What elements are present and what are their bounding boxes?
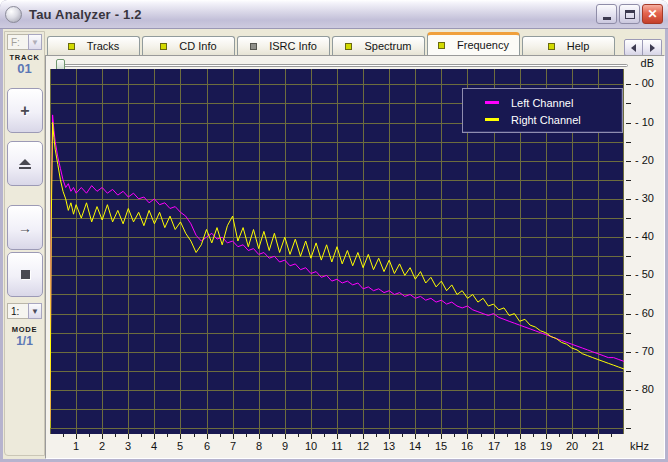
- y-tick: [626, 371, 631, 372]
- x-tick: [376, 434, 377, 437]
- next-button[interactable]: →: [7, 205, 43, 250]
- slider-track[interactable]: [56, 64, 628, 67]
- x-tick: [180, 434, 181, 439]
- x-tick-label: 15: [432, 440, 450, 452]
- x-tick: [259, 434, 260, 439]
- y-tick: [626, 180, 631, 181]
- tab-label: Tracks: [87, 40, 120, 52]
- tab-label: Frequency: [457, 39, 509, 51]
- close-icon: ✕: [647, 8, 657, 20]
- maximize-icon: [625, 10, 635, 19]
- tab-cd-info[interactable]: CD Info: [142, 36, 235, 55]
- frequency-chart-panel: dB Left ChannelRight Channel 12345678910…: [45, 55, 665, 459]
- plus-icon: +: [20, 102, 29, 120]
- mode-select[interactable]: 1: ▼: [7, 303, 42, 319]
- y-tick: [626, 237, 631, 238]
- x-tick-label: 8: [250, 440, 268, 452]
- tab-frequency[interactable]: Frequency: [427, 32, 520, 55]
- tab-spectrum[interactable]: Spectrum: [332, 36, 425, 55]
- tab-led-icon: [160, 43, 167, 50]
- x-tick: [63, 434, 64, 437]
- x-tick-label: 21: [589, 440, 607, 452]
- x-tick: [324, 434, 325, 437]
- y-axis-unit: dB: [641, 57, 654, 69]
- plus-button[interactable]: +: [7, 88, 43, 133]
- x-tick-label: 9: [276, 440, 294, 452]
- title-bar[interactable]: Tau Analyzer - 1.2 ✕: [0, 0, 668, 29]
- chevron-down-icon: ▼: [28, 303, 42, 319]
- x-tick: [350, 434, 351, 437]
- window-body: TracksCD InfoISRC InfoSpectrumFrequencyH…: [3, 29, 665, 459]
- x-tick: [128, 434, 129, 439]
- x-tick: [546, 434, 547, 439]
- x-tick: [285, 434, 286, 439]
- x-tick-label: 11: [328, 440, 346, 452]
- x-tick: [233, 434, 234, 439]
- maximize-button[interactable]: [619, 4, 640, 24]
- tab-tracks[interactable]: Tracks: [47, 36, 140, 55]
- x-tick-label: 13: [380, 440, 398, 452]
- x-tick: [598, 434, 599, 439]
- x-tick: [585, 434, 586, 437]
- x-tick: [389, 434, 390, 439]
- tab-help[interactable]: Help: [522, 36, 615, 55]
- y-tick: [626, 352, 631, 353]
- x-tick: [298, 434, 299, 437]
- minimize-button[interactable]: [596, 4, 617, 24]
- y-tick-label: - 80: [635, 383, 654, 395]
- x-tick: [115, 434, 116, 437]
- stop-button[interactable]: [7, 252, 43, 297]
- x-tick-label: 20: [563, 440, 581, 452]
- legend-marker-icon: [485, 118, 499, 121]
- x-tick: [559, 434, 560, 437]
- tab-scroll-left-button[interactable]: [624, 39, 643, 56]
- x-tick: [337, 434, 338, 439]
- x-tick: [246, 434, 247, 437]
- drive-select[interactable]: F: ▼: [7, 34, 42, 50]
- tab-label: ISRC Info: [269, 40, 317, 52]
- legend-row: Left Channel: [485, 94, 622, 111]
- x-tick: [415, 434, 416, 439]
- y-tick: [626, 218, 631, 219]
- x-tick: [89, 434, 90, 437]
- x-tick: [520, 434, 521, 439]
- tab-isrc-info[interactable]: ISRC Info: [237, 36, 330, 55]
- x-tick: [454, 434, 455, 437]
- legend-label: Right Channel: [511, 114, 581, 126]
- y-tick: [626, 256, 631, 257]
- app-window: Tau Analyzer - 1.2 ✕ TracksCD InfoISRC I…: [0, 0, 668, 462]
- y-tick: [626, 123, 631, 124]
- chevron-down-icon: ▼: [28, 34, 42, 50]
- x-tick: [494, 434, 495, 439]
- stop-icon: [21, 270, 30, 279]
- y-tick: [626, 409, 631, 410]
- x-tick: [194, 434, 195, 437]
- x-tick-label: 12: [354, 440, 372, 452]
- x-tick-label: 4: [145, 440, 163, 452]
- y-tick: [626, 428, 631, 429]
- y-tick: [626, 390, 631, 391]
- tab-bar: TracksCD InfoISRC InfoSpectrumFrequencyH…: [47, 32, 615, 55]
- x-tick: [76, 434, 77, 439]
- x-tick-label: 10: [302, 440, 320, 452]
- y-tick-label: - 70: [635, 345, 654, 357]
- legend-row: Right Channel: [485, 111, 622, 128]
- eject-button[interactable]: [7, 141, 43, 186]
- x-tick-label: 18: [511, 440, 529, 452]
- y-tick: [626, 103, 631, 104]
- tab-scroller: [624, 39, 662, 56]
- tab-led-icon: [250, 43, 257, 50]
- close-button[interactable]: ✕: [642, 4, 663, 24]
- window-title: Tau Analyzer - 1.2: [29, 7, 596, 22]
- x-tick: [533, 434, 534, 437]
- legend-label: Left Channel: [511, 97, 573, 109]
- mode-ratio: 1/1: [5, 334, 44, 348]
- y-tick-label: - 00: [635, 77, 654, 89]
- drive-select-value: F:: [7, 34, 28, 50]
- x-axis-unit: kHz: [630, 440, 649, 452]
- mode-label: MODE: [5, 325, 44, 334]
- tab-led-icon: [438, 42, 445, 49]
- y-tick: [626, 275, 631, 276]
- tab-scroll-right-button[interactable]: [643, 39, 662, 56]
- y-tick-label: - 40: [635, 230, 654, 242]
